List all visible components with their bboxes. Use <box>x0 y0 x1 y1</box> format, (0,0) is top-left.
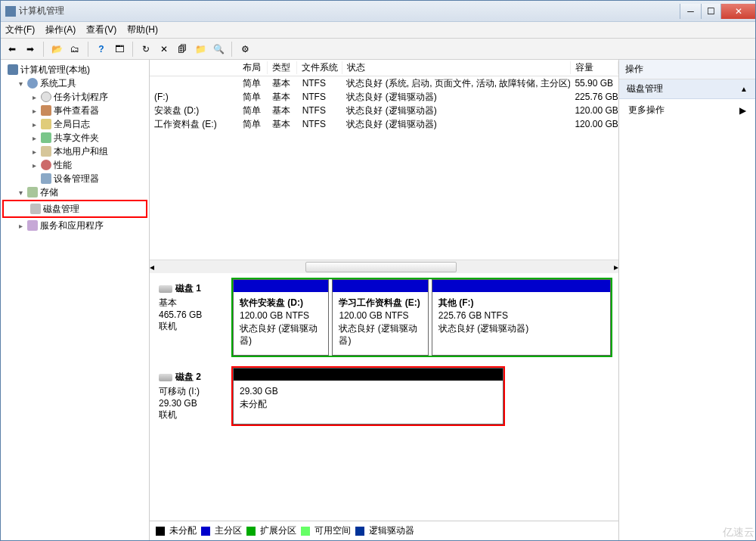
disk-icon <box>159 374 172 381</box>
search-button[interactable]: 🔍 <box>210 41 227 58</box>
legend-primary-swatch <box>201 527 210 536</box>
titlebar: 计算机管理 ─ ☐ ✕ <box>1 1 755 22</box>
disk-1-partitions: 软件安装盘 (D:) 120.00 GB NTFS 状态良好 (逻辑驱动器) 学… <box>231 278 612 357</box>
actions-header: 操作 <box>619 60 755 79</box>
actions-pane: 操作 磁盘管理▲ 更多操作▶ <box>619 60 755 540</box>
menu-file[interactable]: 文件(F) <box>5 23 35 36</box>
misc-button[interactable]: ⚙ <box>237 41 253 58</box>
app-icon <box>5 6 16 17</box>
scan-button[interactable]: 🗐 <box>174 41 191 58</box>
tree-share[interactable]: ▸共享文件夹 <box>2 131 147 145</box>
tree-systools[interactable]: ▾系统工具 <box>2 76 147 90</box>
partition-unallocated[interactable]: 29.30 GB 未分配 <box>233 368 503 424</box>
legend-free-swatch <box>301 527 310 536</box>
disk-2-block[interactable]: 磁盘 2 可移动 (I:) 29.30 GB 联机 29.30 GB 未分配 <box>156 366 612 426</box>
tree-device[interactable]: 设备管理器 <box>2 172 147 185</box>
tree-perf[interactable]: ▸性能 <box>2 158 147 172</box>
volume-table-header: 布局 类型 文件系统 状态 容量 <box>150 60 618 76</box>
legend-logical-swatch <box>355 527 364 536</box>
tree-storage[interactable]: ▾存储 <box>2 185 147 199</box>
col-layout[interactable]: 布局 <box>238 61 268 74</box>
partition-e[interactable]: 学习工作资料盘 (E:) 120.00 GB NTFS 状态良好 (逻辑驱动器) <box>332 279 428 356</box>
maximize-button[interactable]: ☐ <box>701 4 720 19</box>
close-button[interactable]: ✕ <box>720 4 755 19</box>
disk-icon <box>159 285 172 293</box>
col-cap[interactable]: 容量 <box>571 61 618 74</box>
tree-task[interactable]: ▸任务计划程序 <box>2 90 147 104</box>
col-type[interactable]: 类型 <box>268 61 297 74</box>
disk-2-partitions: 29.30 GB 未分配 <box>231 366 505 426</box>
volume-row[interactable]: (F:)简单基本NTFS状态良好 (逻辑驱动器)225.76 GB <box>150 90 618 104</box>
show-hide-tree-button[interactable]: 🗂 <box>67 41 83 58</box>
disk-layout-area: 磁盘 1 基本 465.76 GB 联机 软件安装盘 (D:) 120.00 G… <box>150 273 618 521</box>
highlight-disk-mgmt: 磁盘管理 <box>2 200 147 218</box>
partition-header <box>333 280 427 292</box>
volume-row[interactable]: 工作资料盘 (E:)简单基本NTFS状态良好 (逻辑驱动器)120.00 GB <box>150 117 618 131</box>
partition-d[interactable]: 软件安装盘 (D:) 120.00 GB NTFS 状态良好 (逻辑驱动器) <box>233 279 329 356</box>
partition-header <box>234 368 503 381</box>
volume-table: 布局 类型 文件系统 状态 容量 简单基本NTFS状态良好 (系统, 启动, 页… <box>150 60 618 273</box>
menu-help[interactable]: 帮助(H) <box>127 23 158 36</box>
legend: 未分配 主分区 扩展分区 可用空间 逻辑驱动器 <box>150 521 618 540</box>
partition-header <box>432 280 610 292</box>
col-fs[interactable]: 文件系统 <box>297 61 342 74</box>
tree-log[interactable]: ▸全局日志 <box>2 117 147 131</box>
chevron-right-icon: ▶ <box>739 105 746 116</box>
collapse-icon: ▲ <box>740 85 748 93</box>
partition-f[interactable]: 其他 (F:) 225.76 GB NTFS 状态良好 (逻辑驱动器) <box>432 279 611 356</box>
properties-button[interactable]: 🗔 <box>111 41 128 58</box>
tree-services[interactable]: ▸服务和应用程序 <box>2 219 147 232</box>
col-status[interactable]: 状态 <box>342 61 570 74</box>
help-button[interactable]: ? <box>93 41 110 58</box>
minimize-button[interactable]: ─ <box>680 4 701 19</box>
refresh-button[interactable]: ↻ <box>138 41 154 58</box>
main-pane: 布局 类型 文件系统 状态 容量 简单基本NTFS状态良好 (系统, 启动, 页… <box>150 60 619 540</box>
up-button[interactable]: 📂 <box>48 41 65 58</box>
partition-header <box>234 280 328 292</box>
nav-tree: 计算机管理(本地) ▾系统工具 ▸任务计划程序 ▸事件查看器 ▸全局日志 ▸共享… <box>1 60 150 540</box>
tree-root[interactable]: 计算机管理(本地) <box>2 63 147 76</box>
forward-button[interactable]: ➡ <box>22 41 39 58</box>
tree-disk[interactable]: 磁盘管理 <box>5 202 144 216</box>
tree-users[interactable]: ▸本地用户和组 <box>2 145 147 158</box>
tree-event[interactable]: ▸事件查看器 <box>2 104 147 117</box>
legend-unalloc-swatch <box>156 527 165 536</box>
disk-2-info: 磁盘 2 可移动 (I:) 29.30 GB 联机 <box>156 366 231 426</box>
menubar: 文件(F) 操作(A) 查看(V) 帮助(H) <box>1 22 755 39</box>
window-title: 计算机管理 <box>19 5 680 17</box>
actions-section[interactable]: 磁盘管理▲ <box>619 79 755 99</box>
actions-more[interactable]: 更多操作▶ <box>619 99 755 121</box>
volume-row[interactable]: 安装盘 (D:)简单基本NTFS状态良好 (逻辑驱动器)120.00 GB <box>150 104 618 117</box>
toolbar: ⬅ ➡ 📂 🗂 ? 🗔 ↻ ✕ 🗐 📁 🔍 ⚙ <box>1 39 755 60</box>
back-button[interactable]: ⬅ <box>4 41 20 58</box>
delete-button[interactable]: ✕ <box>156 41 172 58</box>
disk-1-block[interactable]: 磁盘 1 基本 465.76 GB 联机 软件安装盘 (D:) 120.00 G… <box>156 278 612 357</box>
menu-action[interactable]: 操作(A) <box>45 23 76 36</box>
action-button[interactable]: 📁 <box>192 41 209 58</box>
legend-extended-swatch <box>246 527 256 536</box>
menu-view[interactable]: 查看(V) <box>86 23 116 36</box>
h-scrollbar[interactable]: ◂▸ <box>150 260 618 273</box>
volume-row[interactable]: 简单基本NTFS状态良好 (系统, 启动, 页面文件, 活动, 故障转储, 主分… <box>150 76 618 90</box>
disk-1-info: 磁盘 1 基本 465.76 GB 联机 <box>156 278 231 357</box>
